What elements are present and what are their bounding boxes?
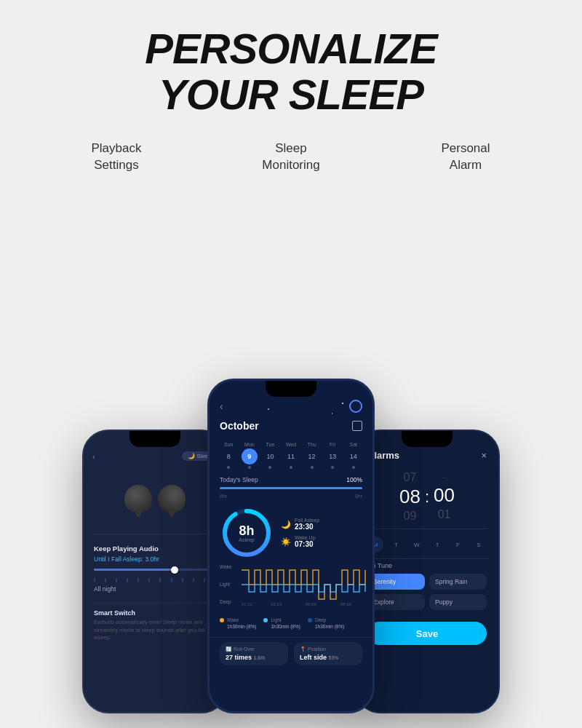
slider-fill [94, 569, 173, 571]
star-3 [268, 408, 269, 410]
day-label-wed: Wed [286, 442, 296, 447]
day-strip: Sun 8 Mon 9 Tue 10 Wed 11 [210, 436, 372, 472]
slider-dot [182, 578, 183, 582]
tune-puppy[interactable]: Puppy [429, 594, 487, 610]
feature-alarm: PersonalAlarm [400, 141, 531, 174]
slider-dot [116, 578, 117, 582]
fall-asleep-label: Fall Asleep [295, 518, 319, 523]
close-button[interactable]: × [481, 450, 487, 461]
alarm-day-w[interactable]: W [409, 537, 425, 553]
sleep-hours: 8h [239, 524, 254, 537]
time-hour-top: 07 [404, 471, 417, 484]
day-dot [227, 466, 230, 469]
sleep-pct: 100% [346, 476, 362, 483]
page-headline: PERSONALIZE YOUR SLEEP [145, 26, 437, 117]
day-tue[interactable]: Tue 10 [261, 442, 279, 469]
feature-sleep: SleepMonitoring [226, 141, 356, 174]
earbud-right [158, 485, 186, 513]
month-section: October [210, 417, 372, 436]
alarm-day-t1[interactable]: T [388, 537, 404, 553]
alarm-day-s[interactable]: S [471, 537, 487, 553]
all-night-label: All night [94, 585, 216, 593]
day-mon[interactable]: Mon 9 [241, 442, 259, 469]
wake-tune-label: Up Tune [356, 559, 498, 574]
fall-asleep-info: Fall Asleep 23:30 [295, 518, 319, 531]
slider-dot [193, 578, 194, 582]
keep-playing-section: Keep Playing Audio Until I Fall Asleep: … [84, 540, 226, 597]
chart-svg: 01:11 03:33 06:00 08:30 [242, 564, 369, 606]
legend-wake: Wake1h30min (8%) [220, 617, 256, 630]
day-fri[interactable]: Fri 13 [324, 442, 342, 469]
day-num-8: 8 [220, 448, 236, 464]
roll-over-rate: 1.6/h [254, 655, 266, 660]
star-2 [332, 413, 333, 414]
notch-left [129, 431, 180, 447]
alarm-day-t2[interactable]: T [429, 537, 445, 553]
center-header-icons [349, 400, 362, 413]
smart-switch-title: Smart Switch [94, 609, 216, 617]
chart-svg-wrap: 01:11 03:33 06:00 08:30 [242, 564, 362, 609]
tune-explore[interactable]: Explore [367, 594, 425, 610]
day-thu[interactable]: Thu 12 [303, 442, 321, 469]
slider-dot [204, 578, 205, 582]
day-label-tue: Tue [266, 442, 275, 447]
svg-text:03:33: 03:33 [271, 602, 282, 606]
day-sat[interactable]: Sat 14 [344, 442, 362, 469]
legend-text-wake: Wake1h30min (8%) [227, 617, 256, 630]
tune-serenity[interactable]: Serenity [367, 574, 425, 590]
alarm-time-picker[interactable]: 07 08 09 : – 00 01 [356, 468, 498, 529]
day-wed[interactable]: Wed 11 [282, 442, 300, 469]
notch-right [402, 431, 453, 447]
back-icon: ‹ [92, 452, 95, 461]
moon-icon [349, 400, 362, 413]
slider-thumb[interactable] [171, 566, 178, 574]
position-stat: 📍 Position Left side 53% [294, 642, 362, 665]
bar-label-left: 8hr [220, 494, 227, 499]
audio-slider-track[interactable] [94, 569, 216, 571]
time-hour-main: 08 [399, 486, 420, 508]
slider-dot [148, 578, 150, 582]
day-label-fri: Fri [330, 442, 335, 447]
slider-dot [137, 578, 139, 582]
fall-asleep-time: 23:30 [295, 523, 319, 531]
day-num-13: 13 [324, 448, 340, 464]
wake-up-info: Wake Up 07:30 [295, 535, 316, 548]
legend-val-deep: 1h30min (8%) [315, 624, 344, 629]
legend-deep: Deep1h30min (8%) [308, 617, 344, 630]
chart-label-wake: Wake [220, 564, 231, 569]
day-label-sun: Sun [224, 442, 233, 447]
svg-text:01:11: 01:11 [242, 602, 253, 606]
svg-text:08:30: 08:30 [340, 602, 352, 606]
roll-over-stat: 🔄 Roll Over 27 times 1.6/h [220, 642, 288, 665]
center-back-icon[interactable]: ‹ [220, 400, 223, 412]
slider-dot [94, 578, 95, 582]
phone-left: ‹ 🌙 Sleep Keep Playing Audio Until I Fal… [82, 430, 228, 713]
earbud-left [124, 485, 152, 513]
phone-right: Alarms × 07 08 09 : – 00 01 M [354, 430, 500, 713]
page-wrapper: PERSONALIZE YOUR SLEEP PlaybackSettings … [0, 0, 582, 728]
legend-val-light: 1h30min (8%) [271, 624, 300, 629]
legend-light: Light1h30min (8%) [263, 617, 300, 630]
today-sleep-row: Today's Sleep 100% [210, 472, 372, 485]
alarm-day-f[interactable]: F [450, 537, 466, 553]
legend-dot-deep [308, 618, 312, 622]
day-label-sat: Sat [350, 442, 358, 447]
day-num-11: 11 [283, 448, 299, 464]
wake-up-row: ☀️ Wake Up 07:30 [281, 535, 319, 548]
until-asleep: Until I Fall Asleep: 3.0hr [94, 555, 216, 563]
calendar-icon[interactable] [352, 421, 362, 431]
chart-legend: Wake1h30min (8%) Light1h30min (8%) Deep1… [210, 615, 372, 634]
sleep-circle-text: 8h Asleep [239, 524, 254, 542]
moon-small-icon: 🌙 [281, 520, 291, 529]
today-sleep-label: Today's Sleep [220, 476, 258, 483]
day-sun[interactable]: Sun 8 [220, 442, 238, 469]
until-label: Until I Fall Asleep: [94, 555, 143, 563]
save-button[interactable]: Save [367, 622, 487, 645]
sleep-chart: Wake Light Deep 01:11 03:33 06:00 08:30 [210, 564, 372, 615]
slider-dot [127, 578, 128, 582]
chart-label-light: Light [220, 582, 231, 587]
slider-dot [159, 578, 161, 582]
svg-text:06:00: 06:00 [306, 602, 317, 606]
headline-line2: YOUR SLEEP [159, 71, 423, 118]
tune-spring-rain[interactable]: Spring Rain [429, 574, 487, 590]
